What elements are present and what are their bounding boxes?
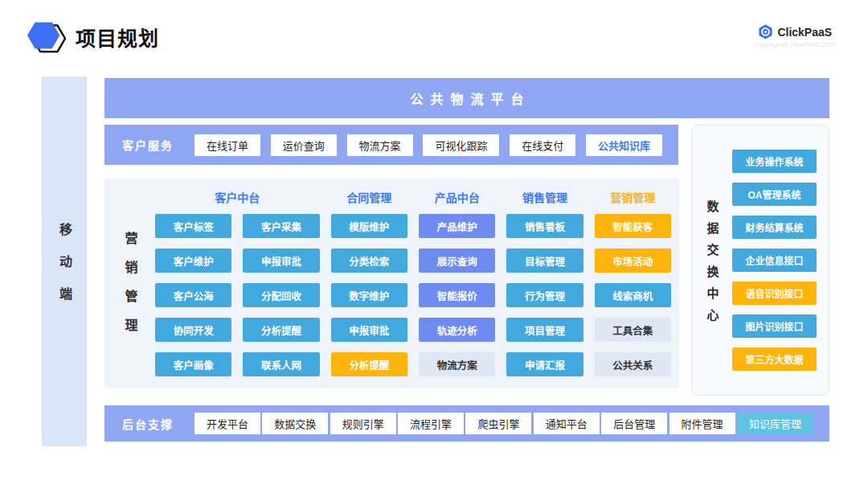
customer-service-box: 在线订单 (194, 134, 260, 156)
module-box: 协同开发 (155, 318, 231, 342)
mobile-side-bar-label: 移动端 (55, 223, 74, 319)
customer-service-box: 物流方案 (347, 134, 413, 156)
module-box: 分配回收 (243, 283, 319, 307)
clickpaas-logo-icon (758, 24, 773, 39)
backend-support-box: 后台管理 (601, 413, 667, 434)
top-banner: 公共物流平台 (104, 78, 829, 118)
module-box: 分类检索 (331, 249, 407, 273)
data-exchange-box: 语音识别接口 (732, 281, 817, 305)
module-box: 项目管理 (506, 318, 583, 342)
project-plan-diagram: 项目规划 ClickPaaS Copyright@ ClickPaaS 2022… (0, 0, 868, 489)
module-box: 工具合集 (595, 318, 671, 342)
module-box: 展示查询 (419, 249, 495, 273)
backend-support-box: 知识库管理 (737, 413, 813, 434)
data-exchange-box: 业务操作系统 (732, 150, 817, 173)
data-exchange-panel: 数据交换中心 业务操作系统OA管理系统财务结算系统企业信息接口语音识别接口图片识… (691, 125, 829, 396)
mobile-side-bar: 移动端 (42, 76, 87, 446)
module-column-headers: 客户中台合同管理产品中台销售管理营销管理 (155, 187, 671, 208)
module-box: 行为管理 (506, 283, 583, 307)
customer-service-box: 运价查询 (271, 134, 337, 156)
data-exchange-box: OA管理系统 (732, 183, 817, 206)
module-box: 申报审批 (243, 249, 319, 273)
data-exchange-label: 数据交换中心 (704, 200, 721, 331)
module-box: 客户画像 (155, 352, 231, 376)
module-column-header: 合同管理 (331, 189, 407, 205)
backend-support-box: 附件管理 (669, 413, 735, 434)
module-box: 申报审批 (331, 318, 407, 342)
module-column-header: 销售管理 (506, 189, 583, 205)
backend-support-box: 开发平台 (194, 413, 260, 434)
clickpaas-logo: ClickPaaS Copyright@ ClickPaaS 2022 (754, 24, 836, 48)
module-box: 销售看板 (506, 214, 583, 238)
module-grid-area: 客户中台合同管理产品中台销售管理营销管理 客户标签客户采集模版维护产品维护销售看… (155, 185, 671, 377)
customer-service-row: 客户服务 在线订单运价查询物流方案可视化跟踪在线支付公共知识库 (104, 125, 678, 165)
backend-support-label: 后台支撑 (122, 416, 174, 432)
module-box: 市场活动 (595, 249, 671, 273)
module-box: 产品维护 (419, 214, 495, 238)
marketing-management-panel: 营销管理 客户中台合同管理产品中台销售管理营销管理 客户标签客户采集模版维护产品… (104, 179, 679, 388)
data-exchange-box: 企业信息接口 (732, 249, 817, 272)
backend-support-box: 规则引擎 (330, 413, 396, 434)
module-box: 数字维护 (331, 283, 407, 307)
module-box: 联系人网 (243, 352, 319, 376)
module-column-header: 客户中台 (155, 189, 320, 205)
data-exchange-box: 图片识别接口 (732, 314, 817, 338)
backend-support-buttons: 开发平台数据交换规则引擎流程引擎爬虫引擎通知平台后台管理附件管理知识库管理 (194, 413, 813, 434)
module-box: 线索商机 (595, 283, 671, 307)
backend-support-box: 通知平台 (534, 413, 600, 434)
module-column-header: 营销管理 (595, 189, 671, 205)
logo-text: ClickPaaS (777, 26, 832, 39)
customer-service-label: 客户服务 (122, 137, 174, 153)
backend-support-row: 后台支撑 开发平台数据交换规则引擎流程引擎爬虫引擎通知平台后台管理附件管理知识库… (104, 405, 829, 442)
data-exchange-items: 业务操作系统OA管理系统财务结算系统企业信息接口语音识别接口图片识别接口第三方大… (732, 125, 829, 395)
module-box: 目标管理 (506, 249, 583, 273)
module-box: 公共关系 (595, 352, 671, 376)
module-box: 智能报价 (419, 283, 495, 307)
copyright-text: Copyright@ ClickPaaS 2022 (754, 41, 836, 48)
module-box: 客户标签 (155, 214, 231, 238)
customer-service-buttons: 在线订单运价查询物流方案可视化跟踪在线支付公共知识库 (194, 134, 662, 156)
module-box: 分析提醒 (243, 318, 319, 342)
page-title: 项目规划 (76, 23, 159, 51)
top-banner-label: 公共物流平台 (403, 88, 530, 108)
module-box: 分析提醒 (331, 352, 407, 376)
module-box: 模版维护 (331, 214, 407, 238)
module-box: 客户维护 (155, 249, 231, 273)
backend-support-box: 流程引擎 (398, 413, 464, 434)
customer-service-box: 在线支付 (510, 134, 575, 156)
module-column-header: 产品中台 (419, 189, 495, 205)
module-box: 智能获客 (595, 214, 671, 238)
hexagon-icon (26, 18, 66, 56)
marketing-management-label: 营销管理 (121, 232, 140, 347)
module-box: 轨迹分析 (419, 318, 495, 342)
data-exchange-box: 财务结算系统 (732, 216, 817, 239)
backend-support-box: 数据交换 (262, 413, 328, 434)
customer-service-box: 公共知识库 (586, 134, 662, 156)
module-box: 物流方案 (419, 352, 495, 376)
module-grid: 客户标签客户采集模版维护产品维护销售看板智能获客客户维护申报审批分类检索展示查询… (155, 214, 671, 376)
data-exchange-side: 数据交换中心 (692, 125, 732, 395)
module-box: 客户公海 (155, 283, 231, 307)
customer-service-box: 可视化跟踪 (423, 134, 499, 156)
module-box: 客户采集 (243, 214, 319, 238)
data-exchange-box: 第三方大数据 (732, 347, 817, 371)
backend-support-box: 爬虫引擎 (465, 413, 531, 434)
marketing-management-side: 营销管理 (104, 185, 155, 377)
module-box: 申请汇报 (506, 352, 583, 376)
